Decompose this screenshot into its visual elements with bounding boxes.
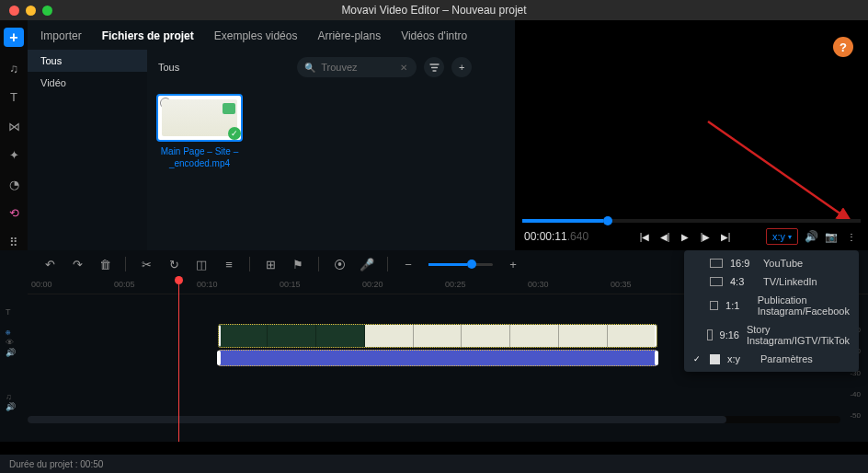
aspect-option-9-16[interactable]: 9:16Story Instagram/IGTV/TikTok	[684, 320, 859, 350]
aspect-ratio-menu: 16:9YouTube 4:3TV/LinkedIn 1:1Publicatio…	[684, 250, 859, 372]
tab-fichiers-projet[interactable]: Fichiers de projet	[102, 29, 194, 42]
aspect-option-4-3[interactable]: 4:3TV/LinkedIn	[684, 272, 859, 291]
clip-handle-right[interactable]	[655, 325, 657, 347]
preview-viewport[interactable]: ?	[515, 20, 868, 219]
search-box[interactable]: 🔍 ✕	[297, 57, 417, 77]
zoom-in-icon[interactable]: +	[506, 258, 520, 271]
track-visibility-icon[interactable]: 👁	[6, 338, 16, 347]
rotate-icon[interactable]: ↻	[166, 258, 181, 271]
preview-panel: ? 00:00:11.640 |◀ ◀| ▶ |▶ ▶| x:y ▾ 🔊 📷 ⋮	[515, 20, 868, 250]
titles-icon[interactable]: T	[6, 89, 22, 106]
scrollbar-thumb[interactable]	[28, 416, 726, 423]
linked-audio-clip[interactable]	[218, 350, 657, 366]
zoom-out-icon[interactable]: −	[401, 258, 416, 271]
audio-track-icon[interactable]: ♫	[6, 392, 16, 401]
tab-importer[interactable]: Importer	[40, 29, 82, 42]
audio-handle-left[interactable]	[217, 351, 221, 365]
search-icon: 🔍	[304, 63, 315, 73]
cut-icon[interactable]: ✂	[139, 258, 154, 271]
media-label: Main Page – Site –_encoded.mp4	[156, 145, 243, 169]
timeline-scrollbar[interactable]	[28, 416, 840, 423]
transition-wizard-icon[interactable]: ⊞	[263, 258, 278, 271]
marker-icon[interactable]: ⚑	[291, 258, 305, 271]
audio-track[interactable]: ♫🔊	[28, 388, 868, 410]
stickers-icon[interactable]: ◔	[6, 176, 22, 192]
category-sidebar: Tous Vidéo	[28, 50, 147, 250]
content-heading: Tous	[158, 62, 179, 73]
mic-icon[interactable]: 🎤	[360, 258, 374, 271]
effects-icon[interactable]: ✦	[6, 147, 22, 164]
titlebar: Movavi Video Editor – Nouveau projet	[0, 0, 868, 20]
record-icon[interactable]: ⦿	[332, 258, 347, 271]
audio-icon[interactable]: ♫	[6, 60, 22, 76]
timecode: 00:00:11.640	[524, 230, 588, 243]
aspect-option-1-1[interactable]: 1:1Publication Instagram/Facebook	[684, 291, 859, 320]
help-button[interactable]: ?	[833, 37, 853, 57]
audio-track-mute-icon[interactable]: 🔊	[6, 402, 16, 411]
transitions-icon[interactable]: ⋈	[6, 118, 22, 134]
maximize-window-icon[interactable]	[42, 6, 52, 16]
crop-icon[interactable]: ◫	[194, 258, 209, 271]
window-title: Movavi Video Editor – Nouveau projet	[0, 4, 868, 17]
tool-sidebar: + ♫ T ⋈ ✦ ◔ ⟲ ⠿	[0, 20, 28, 250]
redo-icon[interactable]: ↷	[70, 258, 85, 271]
media-thumbnail[interactable]: ▶ ✓	[156, 94, 243, 142]
title-track-icon[interactable]: T	[6, 307, 11, 317]
add-file-button[interactable]: +	[451, 57, 472, 77]
clip-handle-left[interactable]	[218, 325, 221, 347]
track-mute-icon[interactable]: 🔊	[6, 348, 16, 357]
statusbar: Durée du projet : 00:50	[0, 455, 868, 473]
close-window-icon[interactable]	[9, 6, 19, 16]
import-tabs: Importer Fichiers de projet Exemples vid…	[28, 20, 515, 50]
video-clip[interactable]	[218, 324, 657, 348]
zoom-slider[interactable]	[428, 263, 493, 266]
step-back-icon[interactable]: ◀|	[657, 229, 672, 244]
project-duration: Durée du projet : 00:50	[9, 459, 103, 469]
media-item[interactable]: ▶ ✓ Main Page – Site –_encoded.mp4	[156, 94, 243, 169]
tab-exemples-videos[interactable]: Exemples vidéos	[214, 29, 298, 42]
audio-handle-right[interactable]	[655, 351, 658, 365]
added-check-icon: ✓	[228, 127, 241, 140]
undo-icon[interactable]: ↶	[42, 258, 57, 271]
clear-search-icon[interactable]: ✕	[400, 63, 407, 73]
elements-icon[interactable]: ⟲	[6, 205, 22, 222]
import-panel: Importer Fichiers de projet Exemples vid…	[28, 20, 515, 250]
playhead[interactable]	[178, 278, 179, 442]
minimize-window-icon[interactable]	[26, 6, 36, 16]
aspect-option-custom[interactable]: ✓x:yParamètres	[684, 350, 859, 368]
adjust-track-icon[interactable]: ⎈	[6, 328, 16, 337]
skip-start-icon[interactable]: |◀	[637, 229, 652, 244]
tab-videos-intro[interactable]: Vidéos d'intro	[401, 29, 467, 42]
preview-progress[interactable]	[522, 219, 861, 223]
aspect-option-16-9[interactable]: 16:9YouTube	[684, 254, 859, 272]
filter-button[interactable]	[424, 57, 444, 77]
svg-line-0	[708, 121, 851, 221]
window-controls	[0, 6, 52, 16]
more-tools-icon[interactable]: ⠿	[6, 235, 22, 251]
category-video[interactable]: Vidéo	[28, 72, 147, 94]
media-content: Tous 🔍 ✕ + ▶	[147, 50, 515, 250]
add-media-button[interactable]: +	[4, 28, 24, 47]
delete-icon[interactable]: 🗑	[97, 258, 112, 271]
annotation-arrow	[699, 112, 864, 232]
play-icon[interactable]: ▶	[678, 229, 692, 244]
category-tous[interactable]: Tous	[28, 50, 147, 72]
tab-arriere-plans[interactable]: Arrière-plans	[317, 29, 381, 42]
color-adjust-icon[interactable]: ≡	[222, 258, 236, 271]
search-input[interactable]	[321, 62, 394, 73]
